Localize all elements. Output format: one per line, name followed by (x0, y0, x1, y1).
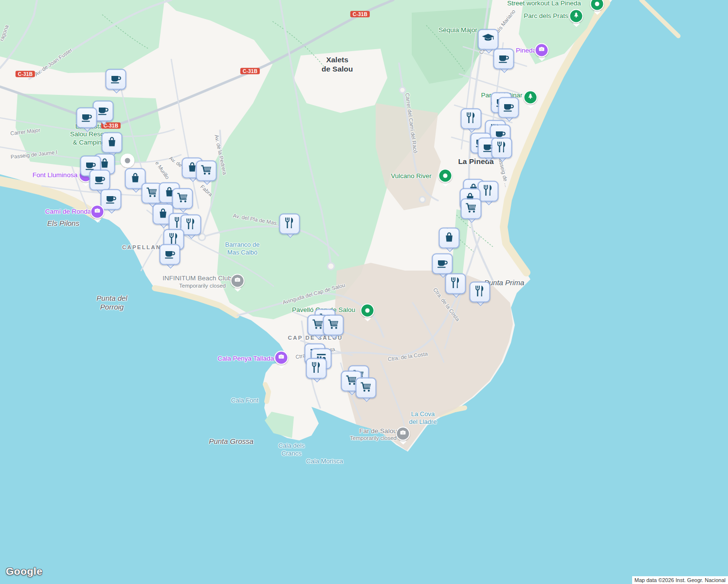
xalets-urban (294, 49, 387, 113)
roundabout (328, 263, 334, 270)
poi-pin-restaurant[interactable] (470, 282, 491, 303)
coffee-icon (109, 72, 123, 87)
roundabout (419, 197, 425, 202)
poi-pin-coffee[interactable] (493, 49, 514, 70)
camera-icon (538, 45, 546, 55)
restaurant-icon (310, 361, 323, 376)
cart-icon (200, 164, 213, 179)
dot-icon (595, 2, 600, 6)
coffee-icon (436, 256, 449, 272)
poi-pin-bag[interactable] (439, 228, 460, 249)
closed-place-marker[interactable] (121, 154, 135, 168)
poi-pin-cart[interactable] (461, 199, 482, 219)
place-marker-gray[interactable] (396, 427, 410, 441)
roundabout (400, 87, 405, 93)
bag-icon (106, 135, 119, 150)
dot-icon (365, 309, 370, 313)
coffee-icon (80, 110, 93, 126)
coffee-icon (497, 52, 510, 67)
coffee-icon (502, 100, 515, 115)
camera-icon (399, 429, 407, 439)
place-marker-green[interactable] (590, 0, 604, 11)
restaurant-icon (465, 111, 478, 127)
poi-pin-coffee[interactable] (76, 108, 97, 128)
restaurant-icon (283, 217, 296, 232)
poi-pin-coffee[interactable] (432, 254, 453, 274)
cart-icon (360, 381, 373, 396)
place-marker-purple[interactable] (274, 351, 289, 365)
poi-pin-coffee[interactable] (90, 170, 110, 191)
tree-icon (527, 92, 535, 103)
restaurant-icon (473, 285, 487, 300)
cart-icon (327, 318, 340, 333)
bag-icon (443, 231, 456, 246)
poi-pin-cart[interactable] (323, 315, 344, 336)
restaurant-icon (495, 141, 509, 156)
poi-pin-restaurant[interactable] (461, 109, 482, 129)
poi-pin-restaurant[interactable] (279, 214, 300, 235)
coffee-icon (164, 247, 177, 262)
place-marker-green[interactable] (438, 169, 453, 183)
tree-icon (572, 11, 581, 21)
restaurant-icon (482, 184, 495, 199)
poi-pin-cart[interactable] (172, 188, 193, 209)
poi-pin-coffee[interactable] (106, 69, 127, 90)
place-marker-green[interactable] (569, 9, 583, 23)
poi-pin-restaurant[interactable] (491, 138, 512, 159)
poi-pin-restaurant[interactable] (306, 358, 327, 379)
restaurant-icon (184, 218, 198, 233)
bag-icon (129, 171, 142, 186)
place-marker-purple[interactable] (91, 205, 105, 219)
place-marker-green[interactable] (524, 91, 538, 105)
google-logo[interactable]: Google (6, 566, 42, 577)
camera-icon (277, 353, 286, 363)
poi-pin-cart[interactable] (356, 378, 377, 399)
poi-pin-restaurant[interactable] (445, 274, 466, 294)
dot-icon (125, 158, 130, 164)
poi-pin-coffee[interactable] (498, 97, 519, 118)
cart-icon (146, 186, 159, 201)
map-attribution: Map data ©2026 Inst. Geogr. Nacional (632, 576, 728, 584)
place-marker-purple[interactable] (535, 43, 549, 57)
camera-icon (234, 276, 242, 286)
cart-icon (311, 318, 325, 333)
grad-cap-icon (482, 32, 495, 47)
poi-pin-coffee[interactable] (160, 244, 181, 265)
camera-icon (93, 207, 102, 217)
poi-pin-bag[interactable] (102, 132, 123, 153)
coffee-icon (97, 104, 110, 119)
cart-icon (176, 191, 189, 206)
map-viewport[interactable]: Street workout La PinedaParc dels PratsS… (0, 0, 728, 584)
cart-icon (465, 201, 478, 217)
poi-pin-grad-cap[interactable] (478, 29, 499, 50)
coffee-icon (93, 173, 107, 188)
place-marker-gray[interactable] (231, 274, 245, 288)
restaurant-icon (449, 276, 462, 292)
bag-icon (157, 207, 170, 222)
coffee-icon (105, 192, 118, 207)
poi-pin-cart[interactable] (196, 161, 217, 182)
place-marker-green[interactable] (361, 304, 375, 318)
dot-icon (443, 174, 448, 178)
